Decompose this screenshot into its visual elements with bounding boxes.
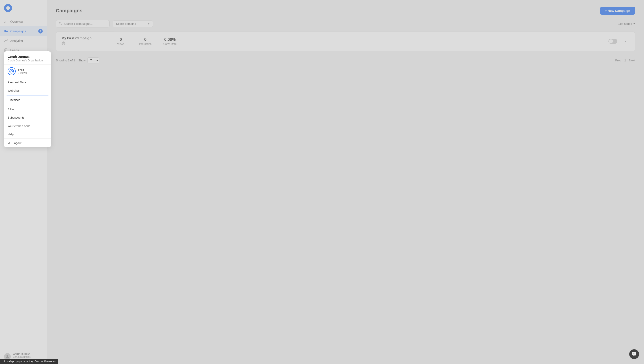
dropdown-header: Coruh Durmus Coruh Durmus's Organization	[4, 51, 51, 64]
plan-info: Free 0 views	[18, 68, 27, 74]
svg-point-17	[9, 142, 10, 143]
status-bar: https://app.popupsmart.xyz/account/invoi…	[0, 359, 58, 364]
dropdown-logout-button[interactable]: Logout	[4, 139, 51, 148]
logout-icon	[8, 141, 11, 145]
dropdown-item-help[interactable]: Help	[4, 130, 51, 138]
dropdown-item-billing[interactable]: Billing	[4, 105, 51, 114]
background-overlay[interactable]	[0, 0, 644, 364]
dropdown-user-name: Coruh Durmus	[8, 55, 47, 58]
logout-label: Logout	[13, 141, 22, 145]
dropdown-item-embed-code[interactable]: Your embed code	[4, 122, 51, 130]
svg-point-19	[633, 354, 633, 354]
account-dropdown: Coruh Durmus Coruh Durmus's Organization…	[4, 51, 51, 148]
dropdown-section-help: Your embed code Help	[4, 122, 51, 139]
plan-icon	[8, 67, 16, 75]
dropdown-user-org: Coruh Durmus's Organization	[8, 59, 47, 62]
plan-name: Free	[18, 68, 27, 72]
dropdown-plan-row: Free 0 views	[4, 64, 51, 78]
chat-widget-button[interactable]	[629, 349, 639, 359]
dropdown-section-settings: Personal Data Websites Invoices Billing …	[4, 78, 51, 122]
svg-point-21	[635, 354, 635, 354]
plan-views: 0 views	[18, 72, 27, 74]
dropdown-item-subaccounts[interactable]: Subaccounts	[4, 114, 51, 122]
svg-point-20	[634, 354, 634, 354]
status-url: https://app.popupsmart.xyz/account/invoi…	[3, 360, 56, 363]
dropdown-item-invoices[interactable]: Invoices	[6, 96, 49, 104]
svg-point-15	[10, 69, 14, 73]
dropdown-item-websites[interactable]: Websites	[4, 86, 51, 95]
dropdown-item-personal-data[interactable]: Personal Data	[4, 78, 51, 86]
svg-point-16	[11, 70, 13, 72]
